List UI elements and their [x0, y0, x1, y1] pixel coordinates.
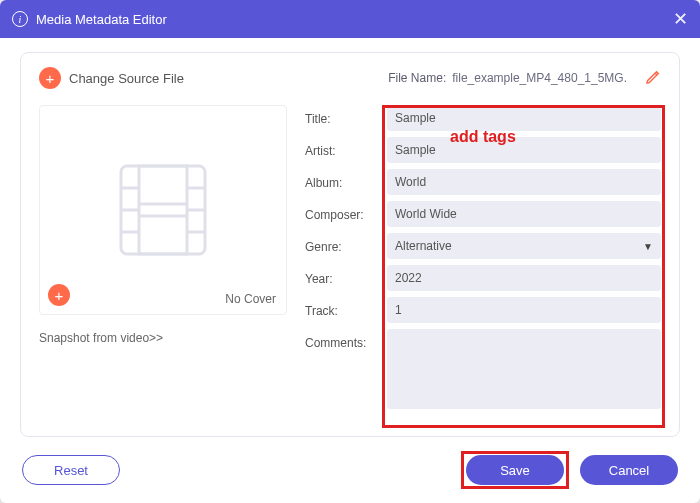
save-button-wrap: Save	[466, 455, 564, 485]
cancel-button[interactable]: Cancel	[580, 455, 678, 485]
plus-icon: +	[39, 67, 61, 89]
year-input[interactable]	[387, 265, 661, 291]
svg-rect-1	[139, 166, 187, 254]
film-placeholder-icon	[103, 150, 223, 270]
artist-label: Artist:	[305, 137, 387, 158]
info-icon: i	[12, 11, 28, 27]
genre-select[interactable]: ▼	[387, 233, 661, 259]
file-name-row: File Name: file_example_MP4_480_1_5MG.	[388, 69, 661, 88]
track-input[interactable]	[387, 297, 661, 323]
save-button[interactable]: Save	[466, 455, 564, 485]
title-label: Title:	[305, 105, 387, 126]
cover-column: + No Cover Snapshot from video>>	[39, 105, 287, 426]
year-label: Year:	[305, 265, 387, 286]
add-cover-button[interactable]: +	[48, 284, 70, 306]
footer: Reset Save Cancel	[0, 445, 700, 503]
main-card: + Change Source File File Name: file_exa…	[20, 52, 680, 437]
file-name-value: file_example_MP4_480_1_5MG.	[452, 71, 627, 85]
file-name-label: File Name:	[388, 71, 446, 85]
header-row: + Change Source File File Name: file_exa…	[39, 67, 661, 89]
no-cover-label: No Cover	[225, 292, 276, 306]
titlebar: i Media Metadata Editor ✕	[0, 0, 700, 38]
change-source-file-button[interactable]: + Change Source File	[39, 67, 184, 89]
edit-filename-icon[interactable]	[645, 69, 661, 88]
track-label: Track:	[305, 297, 387, 318]
genre-value[interactable]	[387, 233, 661, 259]
snapshot-from-video-link[interactable]: Snapshot from video>>	[39, 331, 287, 345]
reset-button[interactable]: Reset	[22, 455, 120, 485]
cover-preview: + No Cover	[39, 105, 287, 315]
comments-label: Comments:	[305, 329, 387, 350]
content-area: add tags + Change Source File File Name:…	[0, 38, 700, 445]
close-icon[interactable]: ✕	[673, 8, 688, 30]
artist-input[interactable]	[387, 137, 661, 163]
composer-input[interactable]	[387, 201, 661, 227]
media-metadata-editor-window: i Media Metadata Editor ✕ add tags + Cha…	[0, 0, 700, 503]
window-title: Media Metadata Editor	[36, 12, 673, 27]
body-row: + No Cover Snapshot from video>> Title: …	[39, 105, 661, 426]
album-label: Album:	[305, 169, 387, 190]
genre-label: Genre:	[305, 233, 387, 254]
metadata-form: Title: Artist: Album: Composer: Genre: ▼	[305, 105, 661, 426]
composer-label: Composer:	[305, 201, 387, 222]
title-input[interactable]	[387, 105, 661, 131]
comments-input[interactable]	[387, 329, 661, 409]
album-input[interactable]	[387, 169, 661, 195]
change-source-label: Change Source File	[69, 71, 184, 86]
form-grid: Title: Artist: Album: Composer: Genre: ▼	[305, 105, 661, 409]
